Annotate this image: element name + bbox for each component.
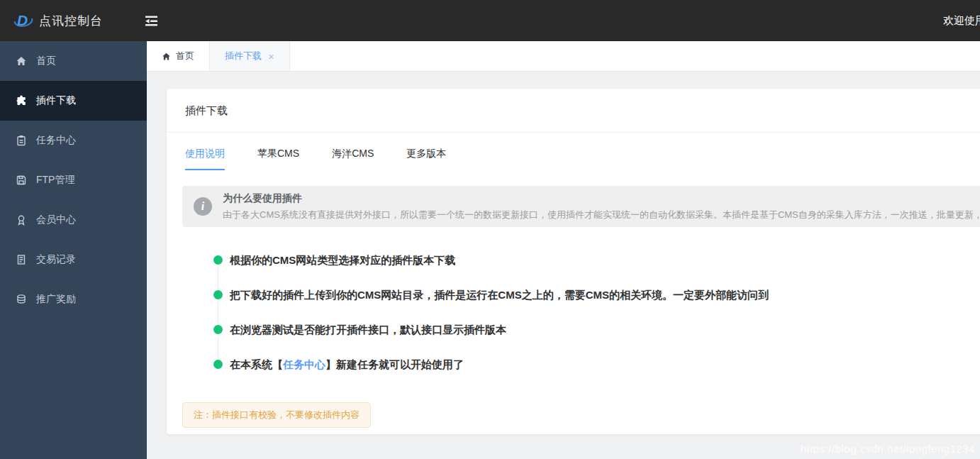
info-title: 为什么要使用插件 — [223, 192, 980, 205]
floppy-icon — [16, 175, 27, 186]
step-text: 把下载好的插件上传到你的CMS网站目录，插件是运行在CMS之上的，需要CMS的相… — [230, 289, 769, 301]
step-item: 根据你的CMS网站类型选择对应的插件版本下载 — [213, 254, 980, 267]
sidebar-item-plugin-download[interactable]: 插件下载 — [0, 81, 147, 121]
sidebar-item-member-center[interactable]: 会员中心 — [0, 200, 147, 240]
step-text: 根据你的CMS网站类型选择对应的插件版本下载 — [230, 254, 455, 266]
card-header: 插件下载 — [167, 89, 980, 133]
sidebar-item-task-center[interactable]: 任务中心 — [0, 121, 147, 160]
sidebar-item-label: FTP管理 — [36, 174, 74, 187]
app-title: 点讯控制台 — [39, 13, 103, 29]
tab-bar: 首页 插件下载 × — [147, 41, 980, 72]
coins-icon — [16, 294, 27, 305]
steps-list: 根据你的CMS网站类型选择对应的插件版本下载 把下载好的插件上传到你的CMS网站… — [167, 254, 980, 371]
info-icon: i — [194, 197, 212, 216]
close-tab-icon[interactable]: × — [268, 50, 274, 62]
tab-home[interactable]: 首页 — [147, 41, 210, 71]
sidebar-collapse-button[interactable] — [143, 13, 160, 28]
receipt-icon — [16, 254, 27, 265]
home-icon — [162, 52, 171, 61]
info-alert: i 为什么要使用插件 由于各大CMS系统没有直接提供对外接口，所以需要一个统一的… — [182, 186, 980, 227]
sidebar-item-ftp-management[interactable]: FTP管理 — [0, 160, 147, 200]
info-body: 由于各大CMS系统没有直接提供对外接口，所以需要一个统一的数据更新接口，使用插件… — [223, 209, 980, 221]
step-text: 在浏览器测试是否能打开插件接口，默认接口显示插件版本 — [230, 323, 506, 336]
tab-label: 插件下载 — [225, 50, 262, 62]
tab-more-versions[interactable]: 更多版本 — [406, 148, 446, 170]
task-center-link[interactable]: 任务中心 — [283, 358, 325, 370]
sidebar-item-label: 会员中心 — [36, 214, 76, 226]
home-icon — [16, 55, 27, 67]
outdent-icon — [145, 15, 159, 27]
app-logo[interactable]: D 点讯控制台 — [0, 0, 147, 41]
sidebar-item-label: 插件下载 — [36, 94, 76, 107]
watermark: https://blog.csdn.net/longfeng1234 — [801, 443, 975, 455]
tab-apple-cms[interactable]: 苹果CMS — [257, 148, 299, 170]
sidebar-item-promotion-rewards[interactable]: 推广奖励 — [0, 280, 147, 319]
sidebar-item-label: 交易记录 — [36, 253, 76, 266]
step-item: 在浏览器测试是否能打开插件接口，默认接口显示插件版本 — [213, 323, 980, 336]
sidebar-item-label: 推广奖励 — [36, 293, 76, 306]
tasks-icon — [16, 135, 27, 146]
sidebar-item-label: 首页 — [36, 55, 56, 67]
sidebar-item-home[interactable]: 首页 — [0, 41, 147, 81]
step-item: 在本系统【任务中心】新建任务就可以开始使用了 — [213, 358, 980, 371]
plugin-download-card: 插件下载 使用说明 苹果CMS 海洋CMS 更多版本 i 为什么要使用插件 由于… — [167, 89, 980, 434]
svg-text:D: D — [17, 12, 28, 28]
sidebar-item-transaction-records[interactable]: 交易记录 — [0, 240, 147, 280]
tab-label: 首页 — [176, 50, 194, 62]
tab-ocean-cms[interactable]: 海洋CMS — [332, 148, 374, 170]
plugin-icon — [16, 95, 27, 106]
app-header: D 点讯控制台 欢迎使用 — [0, 0, 980, 41]
main-area: 首页 插件下载 × 插件下载 使用说明 苹果CMS 海洋CMS 更多版本 i 为… — [147, 41, 980, 459]
sidebar: 首页 插件下载 任务中心 FTP管理 会员中心 — [0, 41, 147, 459]
step-text: 在本系统【 — [230, 358, 283, 370]
tab-plugin-download[interactable]: 插件下载 × — [210, 41, 290, 71]
sidebar-item-label: 任务中心 — [36, 134, 76, 147]
content-area: 插件下载 使用说明 苹果CMS 海洋CMS 更多版本 i 为什么要使用插件 由于… — [147, 72, 980, 459]
note-alert: 注：插件接口有校验，不要修改插件内容 — [182, 402, 371, 428]
tab-usage-instructions[interactable]: 使用说明 — [185, 148, 225, 170]
card-title: 插件下载 — [185, 104, 228, 116]
logo-icon: D — [13, 11, 34, 31]
card-tabs: 使用说明 苹果CMS 海洋CMS 更多版本 — [167, 133, 980, 170]
step-item: 把下载好的插件上传到你的CMS网站目录，插件是运行在CMS之上的，需要CMS的相… — [213, 289, 980, 302]
step-text: 】新建任务就可以开始使用了 — [325, 358, 464, 370]
info-text: 为什么要使用插件 由于各大CMS系统没有直接提供对外接口，所以需要一个统一的数据… — [223, 192, 980, 221]
medal-icon — [16, 214, 27, 226]
welcome-text: 欢迎使用 — [943, 0, 980, 41]
